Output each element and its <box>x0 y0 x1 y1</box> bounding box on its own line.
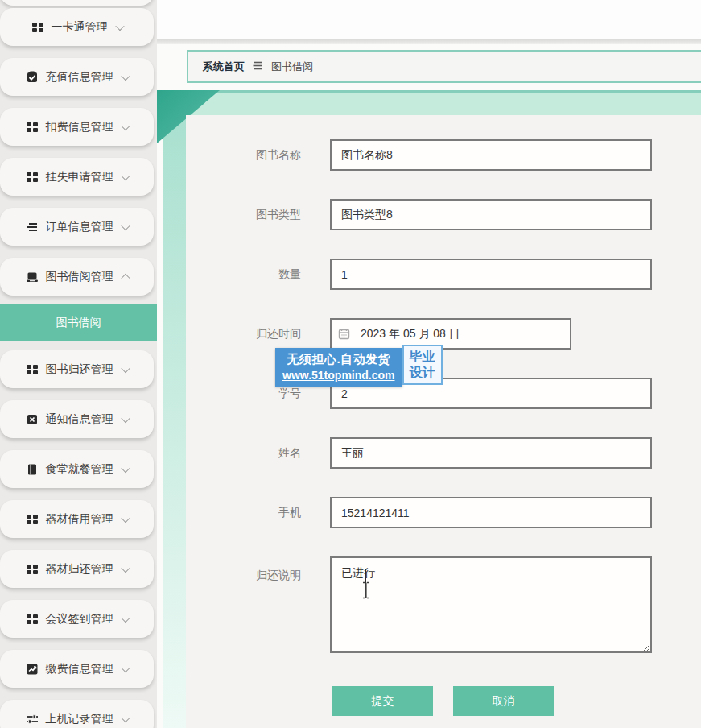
watermark-badge-line1: 毕业 <box>410 349 435 365</box>
sidebar-item-label: 器材归还管理 <box>46 562 113 577</box>
clipboard-check-icon <box>26 71 39 84</box>
form-row: 图书类型 <box>186 199 701 230</box>
sidebar-menu: 一卡通管理 充值信息管理 扣费信息管理 挂失申请管理 订单信息管理 图书借阅管理… <box>0 8 157 728</box>
app-window: 一卡通管理 充值信息管理 扣费信息管理 挂失申请管理 订单信息管理 图书借阅管理… <box>0 0 701 728</box>
sidebar-item-label: 图书借阅管理 <box>46 270 113 284</box>
field-姓名[interactable] <box>330 437 652 469</box>
form-rows: 图书名称 图书类型 数量 归还时间 学号 姓名 手机 归还说明 <box>186 139 701 656</box>
submit-button[interactable]: 提交 <box>332 686 433 716</box>
sidebar-item-3[interactable]: 挂失申请管理 <box>0 158 154 196</box>
form-row: 归还说明 <box>186 556 701 656</box>
form-actions: 提交 取消 <box>186 686 701 716</box>
form-row: 手机 <box>186 497 701 528</box>
main-content: 系统首页 图书借阅 图书名称 图书类型 数量 归还时间 学号 姓名 <box>157 0 701 728</box>
decor-band-top <box>163 90 701 115</box>
cancel-button[interactable]: 取消 <box>453 686 554 716</box>
sidebar-item-label: 图书归还管理 <box>46 362 113 377</box>
watermark-text-box: 无须担心.自动发货 www.51topmind.com <box>275 348 402 387</box>
watermark-badge-line2: 设计 <box>410 365 435 381</box>
chevron-icon <box>121 273 130 282</box>
breadcrumb-separator-icon <box>253 60 263 72</box>
field-wrap <box>330 497 652 528</box>
sidebar-item-12[interactable]: 缴费信息管理 <box>0 650 154 688</box>
sidebar-item-9[interactable]: 器材借用管理 <box>0 500 154 538</box>
book-return-form: 图书名称 图书类型 数量 归还时间 学号 姓名 手机 归还说明 提交 取消 <box>186 115 701 728</box>
chevron-icon <box>115 21 124 30</box>
grid-icon <box>31 21 44 34</box>
sidebar-item-label: 挂失申请管理 <box>46 170 113 184</box>
sidebar-item-partial[interactable] <box>0 0 154 6</box>
sidebar-item-6[interactable]: 图书归还管理 <box>0 350 154 388</box>
sidebar-item-10[interactable]: 器材归还管理 <box>0 550 154 588</box>
form-row: 图书名称 <box>186 139 701 171</box>
chevron-icon <box>121 513 130 522</box>
grid-icon <box>26 563 39 576</box>
field-图书名称[interactable] <box>330 139 652 171</box>
sidebar-subitem-active[interactable]: 图书借阅 <box>0 304 157 341</box>
decor-band-left <box>163 115 186 728</box>
sidebar-item-7[interactable]: 通知信息管理 <box>0 400 154 438</box>
form-row: 学号 <box>186 378 701 409</box>
watermark-badge: 毕业 设计 <box>402 345 443 385</box>
sidebar-item-0[interactable]: 一卡通管理 <box>0 8 154 46</box>
field-label: 数量 <box>186 259 301 290</box>
sidebar-item-1[interactable]: 充值信息管理 <box>0 58 154 96</box>
form-row: 归还时间 <box>186 318 701 350</box>
sidebar-item-label: 扣费信息管理 <box>46 120 113 134</box>
watermark-line1: 无须担心.自动发货 <box>282 352 395 367</box>
field-label: 图书类型 <box>186 199 301 230</box>
chevron-icon <box>121 221 130 230</box>
sidebar-item-8[interactable]: 食堂就餐管理 <box>0 450 154 488</box>
grid-icon <box>26 121 39 134</box>
sidebar-subitem-label: 图书借阅 <box>56 316 101 330</box>
grid-icon <box>26 613 39 626</box>
field-数量[interactable] <box>330 259 652 290</box>
top-bar <box>157 0 701 39</box>
field-label: 图书名称 <box>186 139 301 171</box>
form-row: 数量 <box>186 259 701 290</box>
form-row: 姓名 <box>186 437 701 469</box>
sidebar: 一卡通管理 充值信息管理 扣费信息管理 挂失申请管理 订单信息管理 图书借阅管理… <box>0 0 157 728</box>
sidebar-item-4[interactable]: 订单信息管理 <box>0 208 154 246</box>
field-label: 归还说明 <box>186 556 301 656</box>
book-icon <box>26 463 39 476</box>
sidebar-item-label: 器材借用管理 <box>46 512 113 527</box>
watermark-ad: 无须担心.自动发货 www.51topmind.com 毕业 设计 <box>275 345 443 387</box>
sidebar-item-label: 一卡通管理 <box>52 20 108 35</box>
breadcrumb: 系统首页 图书借阅 <box>187 50 701 83</box>
chevron-icon <box>121 363 130 372</box>
chevron-icon <box>121 563 130 572</box>
sidebar-item-2[interactable]: 扣费信息管理 <box>0 108 154 146</box>
chevron-icon <box>121 413 130 422</box>
sliders-icon <box>26 713 39 726</box>
sidebar-item-5[interactable]: 图书借阅管理 <box>0 258 154 296</box>
field-图书类型[interactable] <box>330 199 652 230</box>
field-手机[interactable] <box>330 497 652 528</box>
field-wrap <box>330 437 652 469</box>
list-icon <box>26 221 39 234</box>
chevron-icon <box>121 713 130 722</box>
chevron-icon <box>121 663 130 672</box>
chevron-icon <box>121 463 130 472</box>
top-bar-shadow <box>157 39 701 44</box>
chevron-icon <box>121 171 130 180</box>
box-x-icon <box>26 413 39 426</box>
sidebar-item-11[interactable]: 会议签到管理 <box>0 600 154 638</box>
ibeam-cursor <box>361 581 371 602</box>
breadcrumb-current: 图书借阅 <box>271 60 313 74</box>
laptop-icon <box>26 271 39 283</box>
field-wrap <box>330 259 652 290</box>
field-归还说明[interactable] <box>330 556 652 653</box>
grid-icon <box>26 363 39 376</box>
breadcrumb-home-link[interactable]: 系统首页 <box>203 60 245 74</box>
field-wrap <box>330 199 652 230</box>
field-wrap <box>330 139 652 171</box>
sidebar-item-label: 通知信息管理 <box>46 412 113 427</box>
field-label: 手机 <box>186 497 301 528</box>
chevron-icon <box>121 613 130 622</box>
sidebar-item-label: 食堂就餐管理 <box>46 462 113 477</box>
sidebar-item-label: 充值信息管理 <box>46 70 113 85</box>
watermark-url: www.51topmind.com <box>282 369 395 382</box>
chart-icon <box>26 663 39 676</box>
sidebar-item-13[interactable]: 上机记录管理 <box>0 700 154 728</box>
